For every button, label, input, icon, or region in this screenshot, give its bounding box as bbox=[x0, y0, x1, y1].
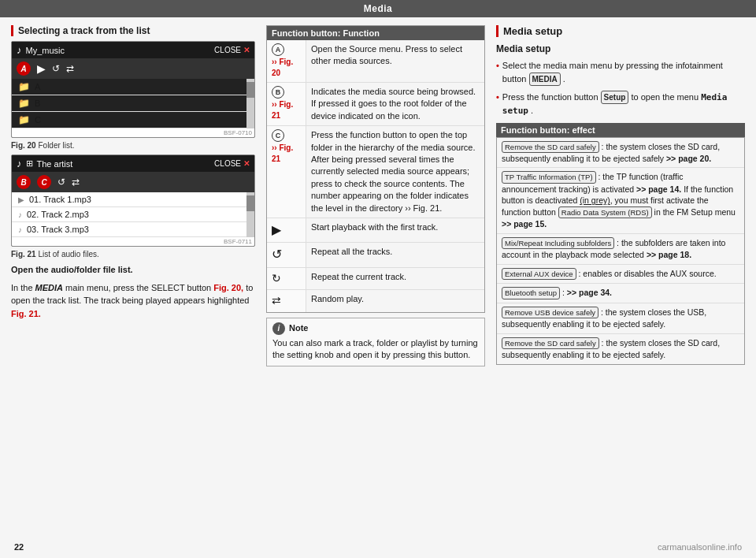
func-icon-shuffle: ⇄ bbox=[267, 290, 306, 312]
func-desc-a: Open the Source menu. Press to select ot… bbox=[306, 40, 484, 82]
effect-desc-5: : >> page 34. bbox=[562, 288, 612, 297]
play-triangle-icon: ▶ bbox=[272, 221, 281, 239]
player2-ctrl-icon: ⊞ bbox=[26, 158, 33, 169]
bullet1: • Select the media main menu by pressing… bbox=[496, 59, 745, 86]
func-desc-c: Press the function button to open the to… bbox=[306, 126, 484, 218]
track-3-label: 03. Track 3.mp3 bbox=[27, 225, 89, 234]
note-box: i Note You can also mark a track, folder… bbox=[266, 318, 485, 366]
repeat2-button[interactable]: ↺ bbox=[57, 177, 65, 188]
open-title: Open the audio/folder file list. bbox=[11, 263, 255, 277]
func-row-c: C ›› Fig. 21 Press the function button t… bbox=[267, 126, 484, 218]
effect-tag-1: Remove the SD card safely bbox=[502, 141, 599, 153]
fig20-caption: Fig. 20 Folder list. bbox=[11, 141, 255, 150]
folder-row-a[interactable]: 📁 A bbox=[12, 79, 246, 95]
close-x2-icon: ✕ bbox=[243, 159, 250, 168]
player1-close-label: CLOSE bbox=[214, 46, 241, 54]
effect-tag-2: TP Traffic Information (TP) bbox=[502, 171, 596, 183]
player2-close[interactable]: CLOSE ✕ bbox=[214, 159, 250, 168]
music-icon: ♪ bbox=[17, 44, 22, 56]
effect-table-title: Function button: effect bbox=[496, 123, 745, 137]
track-1-label: 01. Track 1.mp3 bbox=[29, 195, 91, 204]
track-2-label: 02. Track 2.mp3 bbox=[27, 210, 89, 219]
func-row-b: B ›› Fig. 21 Indicates the media source … bbox=[267, 83, 484, 126]
func-table-title: Function button: Function bbox=[267, 26, 484, 40]
fig20-label: Fig. 20 bbox=[11, 141, 36, 150]
bullet2: • Press the function button Setup to ope… bbox=[496, 91, 745, 118]
effect-tag-4: External AUX device bbox=[502, 268, 576, 280]
folder-c-label: C bbox=[35, 115, 41, 125]
body1b: main menu, press the SELECT button bbox=[65, 283, 211, 292]
shuffle-button[interactable]: ⇄ bbox=[66, 63, 74, 74]
track-icon-1: ▶ bbox=[18, 195, 24, 204]
track-row-2[interactable]: ♪ 02. Track 2.mp3 bbox=[12, 207, 246, 222]
func-row-play: ▶ Start playback with the first track. bbox=[267, 218, 484, 243]
folder-row-c[interactable]: 📁 C bbox=[12, 112, 246, 128]
scrollbar1[interactable] bbox=[246, 79, 254, 128]
bullet1-dot: • bbox=[496, 59, 499, 86]
func-icon-a: A ›› Fig. 20 bbox=[267, 40, 306, 82]
fig20-text: Folder list. bbox=[38, 141, 74, 150]
folder-b-label: B bbox=[35, 99, 40, 108]
effect-row-3: Mix/Repeat Including subfolders : the su… bbox=[497, 234, 744, 265]
effect-tag-7: Remove the SD card safely bbox=[502, 337, 599, 349]
effect-tag-5: Bluetooth setup bbox=[502, 287, 560, 299]
player2-controls: B C ↺ ⇄ bbox=[12, 172, 254, 192]
repeat-button[interactable]: ↺ bbox=[52, 63, 60, 74]
setup-button-label: Setup bbox=[601, 91, 629, 104]
effect-row-5: Bluetooth setup : >> page 34. bbox=[497, 284, 744, 303]
player2-header: ♪ ⊞ The artist CLOSE ✕ bbox=[12, 155, 254, 172]
player1-header: ♪ My_music CLOSE ✕ bbox=[12, 42, 254, 58]
effect-row-2: TP Traffic Information (TP) : the TP fun… bbox=[497, 168, 744, 234]
label-c: C bbox=[37, 175, 51, 189]
bullet2-dot: • bbox=[496, 91, 499, 118]
right-subtitle: Media setup bbox=[496, 43, 745, 54]
left-section-title: Selecting a track from the list bbox=[11, 25, 255, 36]
body1-pre: In the bbox=[11, 283, 33, 292]
play-button[interactable]: ▶ bbox=[37, 62, 46, 75]
media-em: MEDIA bbox=[35, 283, 63, 292]
shuffle-icon: ⇄ bbox=[272, 293, 281, 309]
player2-title: The artist bbox=[37, 159, 73, 169]
fig20-ref: Fig. 20, bbox=[213, 283, 243, 292]
func-desc-repeat-all: Repeat all the tracks. bbox=[306, 243, 484, 266]
func-row-repeat-one: ↻ Repeat the current track. bbox=[267, 268, 484, 291]
effect-desc-4: : enables or disables the AUX source. bbox=[579, 269, 717, 278]
left-column: Selecting a track from the list ♪ My_mus… bbox=[11, 25, 255, 553]
track-row-1[interactable]: ▶ 01. Track 1.mp3 bbox=[12, 192, 246, 207]
func-icon-c: C ›› Fig. 21 bbox=[267, 126, 306, 218]
track-row-3[interactable]: ♪ 03. Track 3.mp3 bbox=[12, 222, 246, 237]
shuffle2-button[interactable]: ⇄ bbox=[72, 177, 80, 188]
fig21-caption: Fig. 21 List of audio files. bbox=[11, 250, 255, 259]
right-column: Media setup Media setup • Select the med… bbox=[496, 25, 745, 553]
player2-close-label: CLOSE bbox=[214, 159, 241, 168]
repeat-one-icon: ↻ bbox=[272, 271, 281, 287]
folder-icon-a: 📁 bbox=[18, 81, 30, 92]
player1: ♪ My_music CLOSE ✕ A ▶ ↺ ⇄ bbox=[11, 41, 255, 138]
track-icon-2: ♪ bbox=[18, 210, 22, 219]
fig21-label: Fig. 21 bbox=[11, 250, 36, 259]
folder-icon-c: 📁 bbox=[18, 114, 30, 125]
scrollbar2[interactable] bbox=[246, 192, 254, 237]
label-b: B bbox=[17, 175, 31, 189]
rds-tag: Radio Data System (RDS) bbox=[558, 206, 652, 218]
label-a: A bbox=[17, 61, 31, 76]
effect-row-6: Remove USB device safely : the system cl… bbox=[497, 303, 744, 334]
note-header: i Note bbox=[272, 322, 479, 335]
func-icon-repeat-one: ↻ bbox=[267, 268, 306, 290]
func-desc-repeat-one: Repeat the current track. bbox=[306, 268, 484, 290]
folder-row-b[interactable]: 📁 B bbox=[12, 95, 246, 112]
func-row-shuffle: ⇄ Random play. bbox=[267, 290, 484, 312]
player2: ♪ ⊞ The artist CLOSE ✕ B C ↺ ⇄ bbox=[11, 154, 255, 247]
open-title-text: Open the audio/folder file list. bbox=[11, 265, 133, 274]
func-row-repeat-all: ↺ Repeat all the tracks. bbox=[267, 243, 484, 267]
page-number: 22 bbox=[14, 542, 24, 552]
func-icon-repeat-all: ↺ bbox=[267, 243, 306, 266]
body-paragraph: In the MEDIA main menu, press the SELECT… bbox=[11, 281, 255, 321]
func-row-a: A ›› Fig. 20 Open the Source menu. Press… bbox=[267, 40, 484, 83]
header-title: Media bbox=[364, 3, 393, 14]
player1-close[interactable]: CLOSE ✕ bbox=[214, 46, 250, 54]
bsf2-label: BSF-0711 bbox=[12, 237, 254, 246]
player1-title: My_music bbox=[26, 46, 65, 55]
effect-tag-6: Remove USB device safely bbox=[502, 307, 598, 318]
bullet2-text: Press the function button Setup to open … bbox=[502, 91, 745, 118]
